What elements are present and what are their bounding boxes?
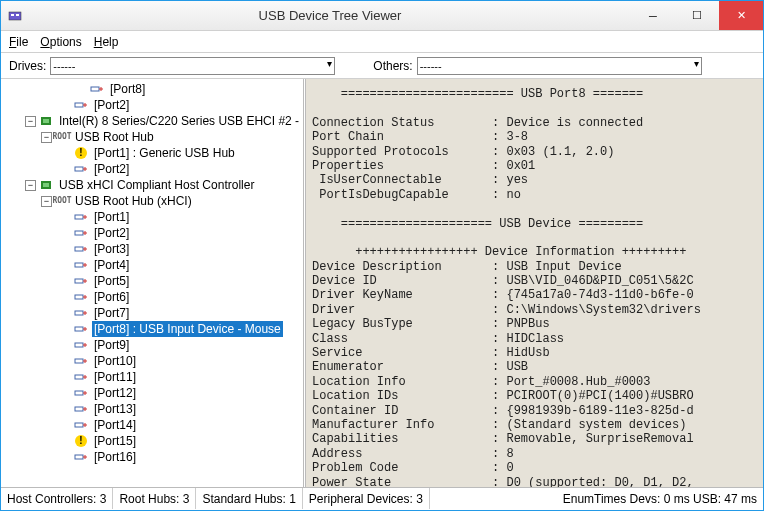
others-label: Others: <box>373 59 412 73</box>
tree-port[interactable]: [Port2] <box>1 161 303 177</box>
svg-rect-52 <box>75 407 83 411</box>
svg-rect-40 <box>75 343 83 347</box>
svg-rect-25 <box>75 263 83 267</box>
svg-rect-2 <box>16 14 19 16</box>
status-peripheral-devices: Peripheral Devices: 3 <box>303 488 430 509</box>
svg-rect-3 <box>91 87 99 91</box>
status-standard-hubs: Standard Hubs: 1 <box>196 488 302 509</box>
tree-pane[interactable]: [Port8] [Port2] −Intel(R) 8 Series/C220 … <box>1 79 306 487</box>
svg-rect-19 <box>75 231 83 235</box>
roothub-icon: ROOT <box>54 130 70 144</box>
tree-port[interactable]: [Port5] <box>1 273 303 289</box>
svg-rect-6 <box>75 103 83 107</box>
warning-icon <box>73 146 89 160</box>
tree-roothub[interactable]: −ROOTUSB Root Hub <box>1 129 303 145</box>
drives-label: Drives: <box>9 59 46 73</box>
tree-port[interactable]: [Port16] <box>1 449 303 465</box>
others-select[interactable] <box>417 57 702 75</box>
tree-port[interactable]: [Port1] : Generic USB Hub <box>1 145 303 161</box>
usb-icon <box>73 274 89 288</box>
app-icon <box>7 8 23 24</box>
tree-port[interactable]: [Port7] <box>1 305 303 321</box>
svg-rect-1 <box>11 14 14 16</box>
usb-icon <box>73 450 89 464</box>
usb-icon <box>73 98 89 112</box>
tree-port[interactable]: [Port10] <box>1 353 303 369</box>
collapse-icon[interactable]: − <box>25 180 36 191</box>
usb-icon <box>73 306 89 320</box>
menu-options[interactable]: Options <box>40 35 81 49</box>
usb-icon <box>73 418 89 432</box>
maximize-button[interactable]: ☐ <box>675 1 719 30</box>
status-host-controllers: Host Controllers: 3 <box>1 488 113 509</box>
usb-icon <box>73 370 89 384</box>
detail-pane[interactable]: ======================== USB Port8 =====… <box>306 79 763 487</box>
usb-icon <box>89 82 105 96</box>
usb-icon <box>73 338 89 352</box>
collapse-icon[interactable]: − <box>25 116 36 127</box>
tree-controller[interactable]: −Intel(R) 8 Series/C220 Series USB EHCI … <box>1 113 303 129</box>
svg-rect-49 <box>75 391 83 395</box>
tree-port[interactable]: [Port15] <box>1 433 303 449</box>
tree-port[interactable]: [Port12] <box>1 385 303 401</box>
roothub-icon: ROOT <box>54 194 70 208</box>
tree-roothub[interactable]: −ROOTUSB Root Hub (xHCI) <box>1 193 303 209</box>
tree-port[interactable]: [Port4] <box>1 257 303 273</box>
menu-help[interactable]: Help <box>94 35 119 49</box>
svg-rect-16 <box>75 215 83 219</box>
usb-icon <box>73 210 89 224</box>
svg-rect-15 <box>43 183 49 187</box>
tree-port[interactable]: [Port1] <box>1 209 303 225</box>
tree-controller[interactable]: −USB xHCI Compliant Host Controller <box>1 177 303 193</box>
tree-port-selected[interactable]: [Port8] : USB Input Device - Mouse <box>1 321 303 337</box>
tree-port[interactable]: [Port6] <box>1 289 303 305</box>
usb-icon <box>73 258 89 272</box>
tree-port[interactable]: [Port2] <box>1 97 303 113</box>
svg-rect-55 <box>75 423 83 427</box>
svg-rect-0 <box>9 12 21 20</box>
svg-rect-34 <box>75 311 83 315</box>
tree-port[interactable]: [Port14] <box>1 417 303 433</box>
svg-rect-46 <box>75 375 83 379</box>
usb-icon <box>73 322 89 336</box>
tree-port[interactable]: [Port3] <box>1 241 303 257</box>
usb-icon <box>73 226 89 240</box>
collapse-icon[interactable]: − <box>41 132 52 143</box>
usb-icon <box>73 354 89 368</box>
minimize-button[interactable]: ─ <box>631 1 675 30</box>
status-enum-times: EnumTimes Devs: 0 ms USB: 47 ms <box>557 488 763 509</box>
svg-rect-11 <box>75 167 83 171</box>
usb-icon <box>73 162 89 176</box>
drives-select[interactable] <box>50 57 335 75</box>
svg-rect-10 <box>43 119 49 123</box>
tree-port[interactable]: [Port9] <box>1 337 303 353</box>
tree-port[interactable]: [Port2] <box>1 225 303 241</box>
usb-icon <box>73 386 89 400</box>
svg-rect-58 <box>75 455 83 459</box>
svg-rect-22 <box>75 247 83 251</box>
usb-icon <box>73 402 89 416</box>
window-title: USB Device Tree Viewer <box>29 8 631 23</box>
chip-icon <box>38 178 54 192</box>
tree-port[interactable]: [Port8] <box>1 81 303 97</box>
svg-rect-28 <box>75 279 83 283</box>
usb-icon <box>73 242 89 256</box>
menu-file[interactable]: File <box>9 35 28 49</box>
usb-icon <box>73 290 89 304</box>
svg-rect-43 <box>75 359 83 363</box>
svg-rect-37 <box>75 327 83 331</box>
svg-rect-31 <box>75 295 83 299</box>
tree-port[interactable]: [Port13] <box>1 401 303 417</box>
tree-port[interactable]: [Port11] <box>1 369 303 385</box>
collapse-icon[interactable]: − <box>41 196 52 207</box>
close-button[interactable]: ✕ <box>719 1 763 30</box>
status-root-hubs: Root Hubs: 3 <box>113 488 196 509</box>
warning-icon <box>73 434 89 448</box>
chip-icon <box>38 114 54 128</box>
